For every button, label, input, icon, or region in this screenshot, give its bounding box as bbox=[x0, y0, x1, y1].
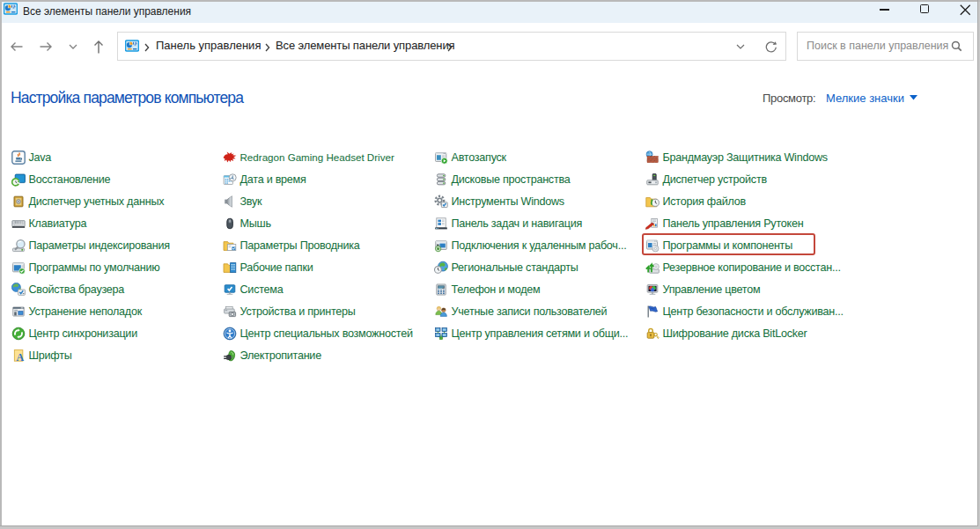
svg-text:A: A bbox=[17, 351, 25, 363]
